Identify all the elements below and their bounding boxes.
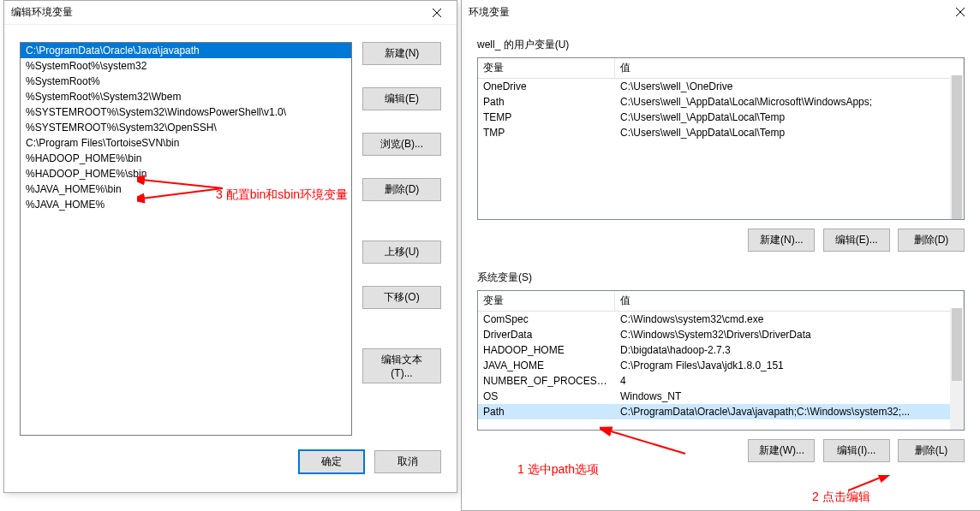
table-row[interactable]: JAVA_HOMEC:\Program Files\Java\jdk1.8.0_… [478, 358, 964, 373]
var-value: C:\Users\well_\AppData\Local\Temp [615, 125, 964, 140]
var-value: C:\Windows\system32\cmd.exe [615, 312, 964, 327]
moveup-button[interactable]: 上移(U) [362, 241, 441, 264]
var-value: 4 [615, 373, 964, 389]
path-list-item[interactable]: %SYSTEMROOT%\System32\WindowsPowerShell\… [21, 104, 351, 120]
path-list-item[interactable]: %HADOOP_HOME%\sbin [21, 166, 351, 181]
table-row[interactable]: PathC:\Users\well_\AppData\Local\Microso… [478, 94, 964, 110]
var-name: TEMP [478, 110, 615, 125]
sys-delete-button[interactable]: 删除(L) [898, 439, 965, 462]
var-value: C:\ProgramData\Oracle\Java\javapath;C:\W… [615, 404, 964, 419]
table-row[interactable]: TMPC:\Users\well_\AppData\Local\Temp [478, 125, 964, 140]
close-button[interactable] [424, 4, 450, 21]
path-list-item[interactable]: %SYSTEMROOT%\System32\OpenSSH\ [21, 120, 351, 135]
env-vars-dialog: 环境变量 well_ 的用户变量(U) 变量 值 OneDriveC:\User… [461, 0, 980, 511]
path-list[interactable]: C:\ProgramData\Oracle\Java\javapath%Syst… [20, 42, 352, 436]
edit-path-titlebar: 编辑环境变量 [4, 1, 457, 25]
var-name: ComSpec [478, 312, 615, 327]
var-value: C:\Users\well_\AppData\Local\Temp [615, 110, 964, 125]
env-vars-titlebar: 环境变量 [462, 0, 980, 24]
movedown-button[interactable]: 下移(O) [362, 286, 441, 309]
edit-button[interactable]: 编辑(E) [362, 87, 441, 110]
user-delete-button[interactable]: 删除(D) [898, 229, 965, 252]
env-vars-title: 环境变量 [469, 5, 510, 20]
var-name: OS [478, 389, 615, 404]
path-list-item[interactable]: %HADOOP_HOME%\bin [21, 151, 351, 166]
var-value: C:\Users\well_\AppData\Local\Microsoft\W… [615, 94, 964, 110]
var-name: NUMBER_OF_PROCESSORS [478, 373, 615, 389]
table-row[interactable]: OneDriveC:\Users\well_\OneDrive [478, 79, 964, 94]
var-name: Path [478, 404, 615, 419]
table-row[interactable]: HADOOP_HOMED:\bigdata\hadoop-2.7.3 [478, 342, 964, 358]
var-name: JAVA_HOME [478, 358, 615, 373]
var-name: HADOOP_HOME [478, 342, 615, 358]
var-value: C:\Windows\System32\Drivers\DriverData [615, 327, 964, 342]
table-row[interactable]: DriverDataC:\Windows\System32\Drivers\Dr… [478, 327, 964, 342]
close-icon [433, 9, 441, 17]
sys-new-button[interactable]: 新建(W)... [748, 439, 815, 462]
var-value: C:\Users\well_\OneDrive [615, 79, 964, 94]
table-row[interactable]: NUMBER_OF_PROCESSORS4 [478, 373, 964, 389]
path-list-item[interactable]: %SystemRoot% [21, 74, 351, 89]
ok-button[interactable]: 确定 [298, 449, 365, 474]
delete-button[interactable]: 删除(D) [362, 178, 441, 201]
edittext-button[interactable]: 编辑文本(T)... [362, 348, 441, 383]
edit-path-title: 编辑环境变量 [11, 5, 73, 20]
path-list-item[interactable]: C:\Program Files\TortoiseSVN\bin [21, 135, 351, 151]
user-edit-button[interactable]: 编辑(E)... [823, 229, 890, 252]
sys-th-val[interactable]: 值 [615, 291, 964, 311]
edit-path-dialog: 编辑环境变量 C:\ProgramData\Oracle\Java\javapa… [3, 0, 457, 493]
sys-vars-table[interactable]: 变量 值 ComSpecC:\Windows\system32\cmd.exeD… [477, 290, 965, 431]
var-name: DriverData [478, 327, 615, 342]
var-value: D:\bigdata\hadoop-2.7.3 [615, 342, 964, 358]
var-value: C:\Program Files\Java\jdk1.8.0_151 [615, 358, 964, 373]
table-row[interactable]: TEMPC:\Users\well_\AppData\Local\Temp [478, 110, 964, 125]
path-list-item[interactable]: C:\ProgramData\Oracle\Java\javapath [21, 43, 351, 58]
path-list-item[interactable]: %JAVA_HOME%\bin [21, 181, 351, 197]
var-name: OneDrive [478, 79, 615, 94]
table-row[interactable]: OSWindows_NT [478, 389, 964, 404]
close-icon [956, 8, 965, 16]
sys-th-var[interactable]: 变量 [478, 291, 615, 311]
user-th-val[interactable]: 值 [615, 58, 964, 78]
user-new-button[interactable]: 新建(N)... [748, 229, 815, 252]
path-list-item[interactable]: %SystemRoot%\system32 [21, 58, 351, 74]
path-list-item[interactable]: %JAVA_HOME% [21, 197, 351, 212]
var-value: Windows_NT [615, 389, 964, 404]
scrollbar[interactable] [950, 75, 964, 219]
user-vars-table[interactable]: 变量 值 OneDriveC:\Users\well_\OneDrivePath… [477, 57, 965, 220]
user-th-var[interactable]: 变量 [478, 58, 615, 78]
browse-button[interactable]: 浏览(B)... [362, 133, 441, 156]
cancel-button[interactable]: 取消 [374, 450, 441, 473]
sys-edit-button[interactable]: 编辑(I)... [823, 439, 890, 462]
var-name: Path [478, 94, 615, 110]
new-button[interactable]: 新建(N) [362, 42, 441, 65]
path-list-item[interactable]: %SystemRoot%\System32\Wbem [21, 89, 351, 104]
table-row[interactable]: PathC:\ProgramData\Oracle\Java\javapath;… [478, 404, 964, 419]
close-button[interactable] [947, 3, 973, 21]
table-row[interactable]: ComSpecC:\Windows\system32\cmd.exe [478, 312, 964, 327]
sys-vars-label: 系统变量(S) [477, 270, 965, 285]
scrollbar[interactable] [950, 308, 964, 430]
user-vars-label: well_ 的用户变量(U) [477, 38, 965, 52]
var-name: TMP [478, 125, 615, 140]
